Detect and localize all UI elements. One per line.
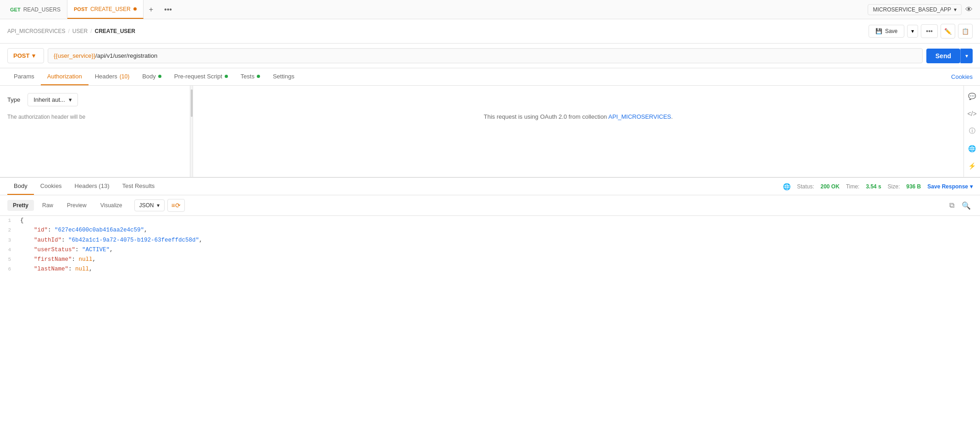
response-body-label: Body	[14, 182, 28, 189]
type-label: Type	[7, 96, 20, 103]
breadcrumb-user[interactable]: USER	[72, 28, 88, 34]
json-authid-row: "authId": "6b42a1c1-9a72-4075-b192-63fee…	[17, 236, 980, 245]
tab-tests[interactable]: Tests	[234, 68, 266, 85]
more-tabs-button[interactable]: •••	[159, 0, 177, 19]
main-panel: Type Inherit aut... ▾ The authorization …	[0, 86, 980, 177]
line-number: 6	[0, 265, 17, 274]
breadcrumb-actions: 💾 Save ▾ ••• ✏️ 📋	[869, 24, 973, 39]
method-dropdown[interactable]: POST ▾	[7, 48, 44, 63]
cookies-link[interactable]: Cookies	[951, 73, 973, 80]
response-tab-test-results[interactable]: Test Results	[116, 178, 161, 195]
response-format-bar: Pretty Raw Preview Visualize JSON ▾ ≡⟳ ⧉…	[0, 195, 980, 216]
line-number: 5	[0, 255, 17, 264]
unsaved-dot	[133, 7, 137, 11]
more-options-button[interactable]: •••	[921, 24, 938, 38]
json-line-4: 4 "userStatus": "ACTIVE",	[0, 245, 980, 255]
auth-type-dropdown[interactable]: Inherit aut... ▾	[28, 93, 78, 106]
response-tab-headers[interactable]: Headers (13)	[68, 178, 116, 195]
json-line-1: 1 {	[0, 216, 980, 226]
save-response-button[interactable]: Save Response ▾	[927, 183, 973, 190]
search-button[interactable]: 🔍	[960, 199, 973, 212]
comment-icon[interactable]: 💬	[965, 89, 979, 103]
url-input[interactable]: {{user_service}}/api/v1/user/registratio…	[48, 48, 923, 63]
send-dropdown-button[interactable]: ▾	[960, 49, 973, 63]
tab-name-create-user: CREATE_USER	[90, 6, 131, 12]
send-label: Send	[936, 52, 951, 60]
format-tab-raw[interactable]: Raw	[37, 200, 59, 211]
status-label: Status:	[797, 183, 814, 190]
tab-settings[interactable]: Settings	[266, 68, 301, 85]
globe-icon: 🌐	[783, 183, 791, 190]
auth-type-row: Type Inherit aut... ▾	[7, 93, 183, 106]
copy-button[interactable]: ⧉	[947, 199, 956, 212]
description-icon-button[interactable]: 📋	[958, 24, 973, 39]
save-button[interactable]: 💾 Save	[869, 25, 904, 38]
tab-params[interactable]: Params	[7, 68, 41, 85]
format-type-dropdown[interactable]: JSON ▾	[134, 199, 165, 211]
breadcrumb-api[interactable]: API_MICROSERVICES	[7, 28, 65, 34]
collection-link[interactable]: API_MICROSERVICES	[609, 113, 671, 120]
cookie-icon[interactable]: 🌐	[965, 142, 979, 155]
code-icon[interactable]: </>	[965, 107, 979, 121]
response-tab-cookies[interactable]: Cookies	[34, 178, 68, 195]
json-userstatus-row: "userStatus": "ACTIVE",	[17, 245, 980, 255]
response-section: Body Cookies Headers (13) Test Results 🌐…	[0, 177, 980, 275]
edit-icon-button[interactable]: ✏️	[941, 24, 955, 39]
breadcrumb-sep-1: /	[68, 28, 69, 34]
auth-panel: Type Inherit aut... ▾ The authorization …	[0, 86, 190, 177]
format-tab-pretty[interactable]: Pretty	[7, 200, 34, 211]
chevron-down-icon: ▾	[954, 6, 957, 13]
tab-headers[interactable]: Headers (10)	[89, 68, 136, 85]
format-tab-preview[interactable]: Preview	[61, 200, 92, 211]
tab-bar: GET READ_USERS POST CREATE_USER + ••• MI…	[0, 0, 980, 19]
tab-bar-right: MICROSERVICE_BASED_APP ▾ 👁	[868, 4, 976, 15]
response-tab-body[interactable]: Body	[7, 178, 34, 195]
pre-request-dot	[225, 75, 228, 78]
line-number: 3	[0, 236, 17, 245]
save-dropdown-button[interactable]: ▾	[907, 25, 918, 38]
time-value: 3.54 s	[866, 183, 881, 190]
info-icon[interactable]: ⓘ	[965, 124, 979, 138]
breadcrumb: API_MICROSERVICES / USER / CREATE_USER 💾…	[0, 19, 980, 44]
response-test-results-label: Test Results	[122, 182, 155, 189]
method-value: POST	[13, 52, 29, 59]
format-tab-visualize[interactable]: Visualize	[95, 200, 128, 211]
line-number: 4	[0, 246, 17, 254]
tab-pre-request-label: Pre-request Script	[174, 73, 222, 80]
url-bar: POST ▾ {{user_service}}/api/v1/user/regi…	[0, 44, 980, 68]
tab-authorization[interactable]: Authorization	[41, 68, 89, 85]
line-number: 2	[0, 226, 17, 235]
scrollbar-thumb	[191, 89, 193, 117]
tab-get-read-users[interactable]: GET READ_USERS	[4, 0, 67, 19]
right-sidebar: 💬 </> ⓘ 🌐 ⚡	[963, 86, 980, 177]
response-tabs-bar: Body Cookies Headers (13) Test Results 🌐…	[0, 178, 980, 195]
oauth-message: This request is using OAuth 2.0 from col…	[484, 113, 673, 120]
environment-selector[interactable]: MICROSERVICE_BASED_APP ▾	[868, 4, 962, 15]
auth-info-text: The authorization header will be	[7, 114, 183, 120]
format-chevron-icon: ▾	[157, 202, 160, 209]
size-label: Size:	[888, 183, 900, 190]
json-line-6: 6 "lastName": null,	[0, 265, 980, 274]
json-line-5: 5 "firstName": null,	[0, 255, 980, 265]
size-value: 936 B	[906, 183, 921, 190]
tab-name-read-users: READ_USERS	[23, 6, 61, 13]
tab-pre-request[interactable]: Pre-request Script	[168, 68, 234, 85]
save-icon: 💾	[875, 28, 882, 34]
url-path: /api/v1/user/registration	[95, 52, 157, 59]
tab-headers-label: Headers	[95, 73, 117, 80]
json-id-row: "id": "627ec4600c0ab416aa2e4c59",	[17, 226, 980, 235]
wrap-button[interactable]: ≡⟳	[167, 199, 185, 212]
format-type-value: JSON	[139, 202, 154, 209]
tab-post-create-user[interactable]: POST CREATE_USER	[67, 0, 144, 19]
eye-icon[interactable]: 👁	[965, 6, 973, 14]
lightning-icon[interactable]: ⚡	[965, 159, 979, 173]
new-tab-button[interactable]: +	[144, 0, 159, 19]
breadcrumb-sep-2: /	[90, 28, 92, 34]
response-headers-label: Headers (13)	[75, 182, 110, 189]
status-value: 200 OK	[820, 183, 839, 190]
auth-type-value: Inherit aut...	[33, 96, 65, 103]
tab-body[interactable]: Body	[136, 68, 168, 85]
json-line-3: 3 "authId": "6b42a1c1-9a72-4075-b192-63f…	[0, 236, 980, 245]
headers-count: (10)	[120, 73, 129, 80]
send-button[interactable]: Send	[926, 49, 960, 63]
